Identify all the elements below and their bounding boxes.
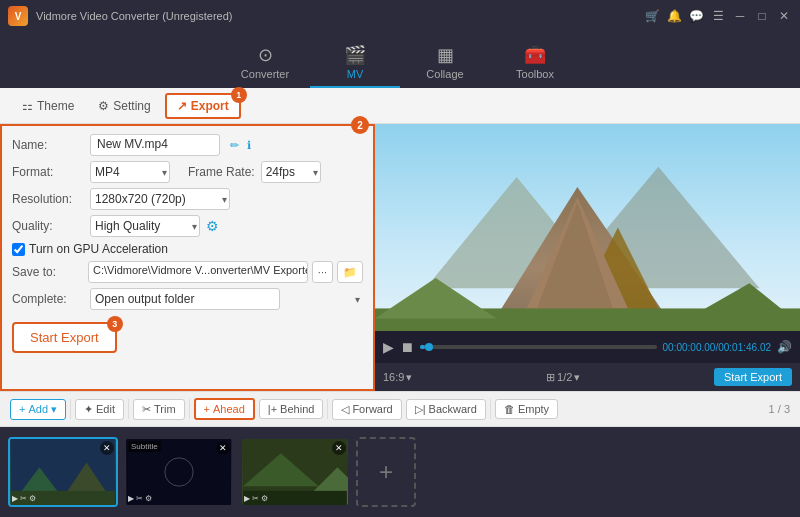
frame-rate-select[interactable]: 24fps: [261, 161, 321, 183]
maximize-icon[interactable]: □: [754, 8, 770, 24]
minimize-icon[interactable]: ─: [732, 8, 748, 24]
format-select[interactable]: MP4: [90, 161, 170, 183]
time-display: 00:00:00.00/00:01:46.02: [663, 342, 771, 353]
progress-dot: [425, 343, 433, 351]
complete-select[interactable]: Open output folder: [90, 288, 280, 310]
gpu-row: Turn on GPU Acceleration: [12, 242, 363, 256]
tab-collage[interactable]: ▦ Collage: [400, 38, 490, 88]
close-icon[interactable]: ✕: [776, 8, 792, 24]
forward-label: Forward: [352, 403, 392, 415]
film-settings-2[interactable]: ⚙: [145, 494, 152, 503]
format-select-wrap[interactable]: MP4: [90, 161, 170, 183]
main-content: 2 Name: New MV.mp4 ✏ ℹ Format: MP4 Frame…: [0, 124, 800, 391]
film-controls-2: ▶ ✂ ⚙: [128, 494, 152, 503]
film-add-button[interactable]: +: [356, 437, 416, 507]
play-button[interactable]: ▶: [383, 339, 394, 355]
gift-icon[interactable]: 🔔: [666, 8, 682, 24]
theme-icon: ⚏: [22, 99, 33, 113]
tab-converter[interactable]: ⊙ Converter: [220, 38, 310, 88]
volume-icon[interactable]: 🔊: [777, 340, 792, 354]
film-controls-1: ▶ ✂ ⚙: [12, 494, 36, 503]
browse-dots-button[interactable]: ···: [312, 261, 333, 283]
divider-2: [128, 399, 129, 419]
tab-mv[interactable]: 🎬 MV: [310, 38, 400, 88]
stop-button[interactable]: ⏹: [400, 339, 414, 355]
film-cut-3[interactable]: ✂: [252, 494, 259, 503]
divider-4: [327, 399, 328, 419]
forward-button[interactable]: ◁ Forward: [332, 399, 401, 420]
edit-button[interactable]: ✦ Edit: [75, 399, 124, 420]
film-item-3[interactable]: ✕ ▶ ✂ ⚙: [240, 437, 350, 507]
aspect-ratio-select[interactable]: 16:9 ▾: [383, 371, 412, 384]
save-path[interactable]: C:\Vidmore\Vidmore V...onverter\MV Expor…: [88, 261, 308, 283]
film-play-3[interactable]: ▶: [244, 494, 250, 503]
start-export-right-button[interactable]: Start Export: [714, 368, 792, 386]
add-label: Add: [28, 403, 48, 415]
start-export-left-button[interactable]: Start Export 3: [12, 322, 117, 353]
film-close-2[interactable]: ✕: [216, 441, 230, 455]
empty-button[interactable]: 🗑 Empty: [495, 399, 558, 419]
film-item-1[interactable]: ✕ ▶ ✂ ⚙: [8, 437, 118, 507]
resolution-select-wrap[interactable]: 1280x720 (720p): [90, 188, 230, 210]
zoom-icon: ⊞: [546, 371, 555, 384]
aspect-ratio-label: 16:9: [383, 371, 404, 383]
setting-icon: ⚙: [98, 99, 109, 113]
film-close-1[interactable]: ✕: [100, 441, 114, 455]
window-controls: 🛒 🔔 💬 ☰ ─ □ ✕: [644, 8, 792, 24]
film-item-2[interactable]: ✕ ▶ ✂ ⚙ Subtitle: [124, 437, 234, 507]
film-cut-1[interactable]: ✂: [20, 494, 27, 503]
name-row: Name: New MV.mp4 ✏ ℹ: [12, 134, 363, 156]
complete-label: Complete:: [12, 292, 84, 306]
ahead-icon: +: [204, 403, 210, 415]
name-input[interactable]: New MV.mp4: [90, 134, 220, 156]
trim-icon: ✂: [142, 403, 151, 416]
browse-folder-button[interactable]: 📁: [337, 261, 363, 283]
info-icon[interactable]: ℹ: [247, 139, 251, 152]
trim-button[interactable]: ✂ Trim: [133, 399, 185, 420]
shop-icon[interactable]: 🛒: [644, 8, 660, 24]
save-to-row: Save to: C:\Vidmore\Vidmore V...onverter…: [12, 261, 363, 283]
gpu-checkbox[interactable]: [12, 243, 25, 256]
theme-button[interactable]: ⚏ Theme: [12, 95, 84, 117]
behind-button[interactable]: |+ Behind: [259, 399, 324, 419]
quality-label: Quality:: [12, 219, 84, 233]
quality-row: Quality: High Quality ⚙: [12, 215, 363, 237]
quality-settings-icon[interactable]: ⚙: [206, 218, 219, 234]
export-panel-badge: 2: [351, 116, 369, 134]
divider-1: [70, 399, 71, 419]
frame-rate-select-wrap[interactable]: 24fps: [261, 161, 321, 183]
resolution-label: Resolution:: [12, 192, 84, 206]
video-panel: ▶ ⏹ 00:00:00.00/00:01:46.02 🔊 16:9 ▾ ⊞ 1…: [375, 124, 800, 391]
ahead-label: Ahead: [213, 403, 245, 415]
start-export-left-label: Start Export: [30, 330, 99, 345]
edit-icon[interactable]: ✏: [230, 139, 239, 152]
page-count: 1 / 3: [769, 403, 790, 415]
add-chevron: ▾: [51, 403, 57, 416]
film-play-2[interactable]: ▶: [128, 494, 134, 503]
film-settings-3[interactable]: ⚙: [261, 494, 268, 503]
menu-icon[interactable]: ☰: [710, 8, 726, 24]
film-cut-2[interactable]: ✂: [136, 494, 143, 503]
zoom-select[interactable]: ⊞ 1/2 ▾: [546, 371, 580, 384]
complete-select-wrap[interactable]: Open output folder: [90, 288, 363, 310]
tab-toolbox[interactable]: 🧰 Toolbox: [490, 38, 580, 88]
chat-icon[interactable]: 💬: [688, 8, 704, 24]
film-play-1[interactable]: ▶: [12, 494, 18, 503]
quality-select-wrap[interactable]: High Quality: [90, 215, 200, 237]
resolution-select[interactable]: 1280x720 (720p): [90, 188, 230, 210]
progress-bar[interactable]: [420, 345, 657, 349]
ahead-button[interactable]: + Ahead: [194, 398, 255, 420]
film-settings-1[interactable]: ⚙: [29, 494, 36, 503]
setting-button[interactable]: ⚙ Setting: [88, 95, 160, 117]
backward-button[interactable]: ▷| Backward: [406, 399, 486, 420]
export-button[interactable]: ↗ Export 1: [165, 93, 241, 119]
backward-label: Backward: [429, 403, 477, 415]
app-title: Vidmore Video Converter (Unregistered): [36, 10, 644, 22]
quality-select[interactable]: High Quality: [90, 215, 200, 237]
behind-icon: |+: [268, 403, 277, 415]
tab-converter-label: Converter: [241, 68, 289, 80]
add-button[interactable]: + Add ▾: [10, 399, 66, 420]
nav-tabs: ⊙ Converter 🎬 MV ▦ Collage 🧰 Toolbox: [0, 32, 800, 88]
film-close-3[interactable]: ✕: [332, 441, 346, 455]
add-icon: +: [19, 403, 25, 415]
